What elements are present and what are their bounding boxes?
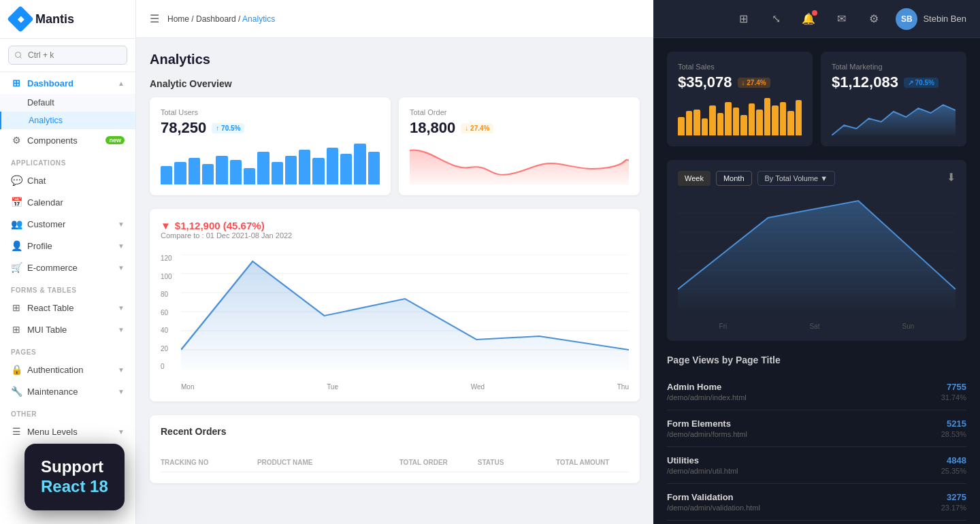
page-view-count: 7755: [941, 382, 966, 392]
table-header: TRACKING NO PRODUCT NAME TOTAL ORDER STA…: [161, 453, 629, 472]
expand-icon[interactable]: ⤡: [765, 8, 787, 30]
page-view-utilities: Utilities /demo/admin/util.html 4848 25.…: [667, 447, 966, 484]
page-content: Analytics Analytic Overview Total Users …: [136, 38, 653, 497]
mui-table-chevron: ▼: [118, 326, 125, 333]
col-product: PRODUCT NAME: [257, 459, 394, 466]
dashboard-icon: ⊞: [11, 78, 22, 88]
chart-y-axis: 120100806040200: [161, 255, 172, 370]
sales-chart: [678, 98, 802, 135]
sales-number: $35,078: [678, 73, 732, 91]
page-view-info: Admin Home /demo/admin/index.html: [667, 382, 747, 402]
week-button[interactable]: Week: [678, 171, 710, 186]
support-line1: Support: [41, 457, 103, 476]
sidebar-item-profile[interactable]: 👤 Profile ▼: [0, 235, 135, 257]
app-name: Mantis: [35, 12, 74, 27]
page-view-stats: 3275 23.17%: [941, 492, 966, 512]
sidebar-item-calendar[interactable]: 📅 Calendar: [0, 191, 135, 213]
header-light: ☰ Home / Dashboard / Analytics: [136, 0, 653, 38]
menu-levels-label: Menu Levels: [27, 427, 78, 437]
sidebar-item-menu-levels[interactable]: ☰ Menu Levels ▼: [0, 421, 135, 442]
page-view-url: /demo/admin/validation.html: [667, 504, 760, 512]
profile-chevron: ▼: [118, 242, 125, 250]
logo[interactable]: ◆ Mantis: [0, 0, 135, 39]
volume-select[interactable]: By Total Volume ▼: [757, 171, 836, 186]
users-number: 78,250: [161, 119, 206, 137]
orders-badge: ↓ 27.4%: [461, 123, 493, 133]
page-view-count: 5215: [941, 419, 966, 429]
page-view-url: /demo/admin/index.html: [667, 393, 747, 402]
orders-number: 18,800: [410, 119, 455, 137]
search-input[interactable]: [8, 46, 127, 65]
profile-label: Profile: [27, 241, 52, 251]
pages-section: Pages: [0, 340, 135, 359]
page-views-title: Page Views by Page Title: [667, 355, 966, 365]
forms-tables-section: Forms & Tables: [0, 278, 135, 297]
page-view-pct: 31.74%: [941, 393, 966, 402]
income-chart-svg: [181, 255, 629, 370]
customer-label: Customer: [27, 219, 65, 229]
sidebar-item-react-table[interactable]: ⊞ React Table ▼: [0, 297, 135, 318]
marketing-badge: ↗ 70.5%: [904, 78, 938, 88]
default-label: Default: [27, 98, 54, 108]
mui-table-label: MUI Table: [27, 325, 67, 335]
sidebar-item-ecommerce[interactable]: 🛒 E-commerce ▼: [0, 257, 135, 278]
notification-icon[interactable]: 🔔: [798, 8, 819, 30]
sales-value: $35,078 ↓ 27.4%: [678, 73, 802, 91]
customer-chevron: ▼: [118, 220, 125, 228]
mui-table-icon: ⊞: [11, 324, 22, 335]
support-title: Support React 18: [41, 457, 108, 497]
users-value: 78,250 ↑ 70.5%: [161, 119, 380, 137]
page-view-name: Form Elements: [667, 419, 747, 429]
header-dark: ⊞ ⤡ 🔔 ✉ ⚙ SB Stebin Ben: [653, 0, 980, 38]
sidebar-item-analytics[interactable]: Analytics: [0, 112, 135, 129]
dark-income-section: Week Month By Total Volume ▼ ⬇: [653, 146, 980, 355]
page-view-url: /demo/admin/util.html: [667, 467, 738, 475]
content-light: ☰ Home / Dashboard / Analytics Analytics…: [136, 0, 653, 524]
sales-label: Total Sales: [678, 63, 802, 71]
page-title: Analytics: [150, 52, 640, 67]
sidebar-item-authentication[interactable]: 🔒 Authentication ▼: [0, 359, 135, 380]
month-button[interactable]: Month: [716, 171, 752, 186]
support-line2: React 18: [41, 477, 108, 495]
support-popup[interactable]: Support React 18: [24, 444, 125, 510]
mail-icon[interactable]: ✉: [830, 8, 852, 30]
content-dark: ⊞ ⤡ 🔔 ✉ ⚙ SB Stebin Ben Total Sales $35,…: [653, 0, 980, 524]
page-view-url: /demo/admin/forms.html: [667, 430, 747, 438]
sidebar-item-components[interactable]: ⚙ Components new: [0, 129, 135, 151]
dark-stat-cards: Total Sales $35,078 ↓ 27.4%: [653, 38, 980, 146]
menu-toggle-icon[interactable]: ☰: [150, 12, 159, 25]
page-view-info: Form Elements /demo/admin/forms.html: [667, 419, 747, 438]
sidebar-item-mui-table[interactable]: ⊞ MUI Table ▼: [0, 318, 135, 340]
user-name: Stebin Ben: [923, 14, 966, 24]
page-view-form-elements: Form Elements /demo/admin/forms.html 521…: [667, 410, 966, 447]
user-info[interactable]: SB Stebin Ben: [896, 8, 966, 30]
sidebar-item-chat[interactable]: 💬 Chat: [0, 169, 135, 191]
download-icon[interactable]: ⬇: [947, 171, 956, 186]
settings-icon[interactable]: ⚙: [863, 8, 885, 30]
page-view-modals: Modals /demo/admin/modals.html 3003 22.2…: [667, 521, 966, 524]
applications-section: Applications: [0, 151, 135, 169]
sidebar-item-dashboard[interactable]: ⊞ Dashboard ▲: [0, 72, 135, 94]
search-bar: [0, 39, 135, 72]
sales-badge: ↓ 27.4%: [738, 78, 770, 88]
col-amount: TOTAL AMOUNT: [556, 459, 629, 466]
sidebar-item-default[interactable]: Default: [0, 94, 135, 112]
orders-value: 18,800 ↓ 27.4%: [410, 119, 629, 137]
page-view-pct: 25.35%: [941, 467, 966, 475]
col-total-order: TOTAL ORDER: [399, 459, 472, 466]
components-label: Components: [27, 135, 78, 146]
dark-stat-sales: Total Sales $35,078 ↓ 27.4%: [667, 52, 813, 146]
other-section: Other: [0, 402, 135, 421]
breadcrumb-dashboard[interactable]: Dashboard: [196, 14, 236, 24]
sidebar-item-maintenance[interactable]: 🔧 Maintenance ▼: [0, 380, 135, 402]
users-chart: [161, 144, 380, 184]
react-table-icon: ⊞: [11, 302, 22, 313]
orders-header: Recent Orders: [161, 426, 629, 445]
apps-icon[interactable]: ⊞: [732, 8, 754, 30]
page-view-count: 3275: [941, 492, 966, 502]
auth-label: Authentication: [27, 365, 83, 375]
maintenance-chevron: ▼: [118, 388, 125, 395]
orders-label: Total Order: [410, 108, 629, 116]
sidebar-item-customer[interactable]: 👥 Customer ▼: [0, 213, 135, 235]
breadcrumb-home[interactable]: Home: [167, 14, 189, 24]
